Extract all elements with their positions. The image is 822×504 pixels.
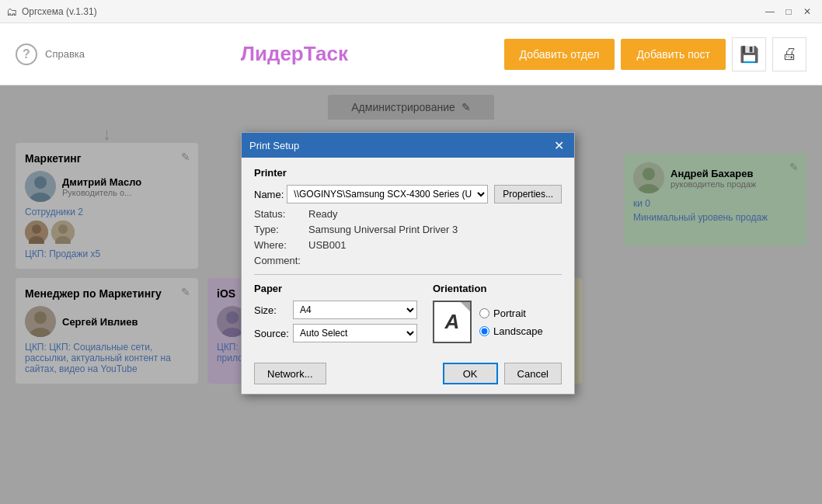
printer-name-select[interactable]: \\GOGINYS\Samsung SCX-4300 Series (U — [287, 185, 488, 203]
dialog-close-button[interactable]: ✕ — [551, 137, 566, 153]
dialog-overlay: Print Setup ✕ Printer Name: \\GOGINYS\Sa… — [0, 85, 822, 504]
header-buttons: Добавить отдел Добавить пост 💾 🖨 — [504, 37, 806, 71]
radio-group: Portrait Landscape — [479, 308, 543, 337]
dialog-titlebar: Print Setup ✕ — [242, 133, 574, 158]
printer-group-label: Printer — [254, 167, 562, 179]
app-brand-title: ЛидерТаск — [241, 42, 348, 66]
source-label: Source: — [254, 328, 293, 339]
add-post-button[interactable]: Добавить пост — [621, 39, 726, 70]
where-row: Where: USB001 — [254, 239, 562, 251]
landscape-label: Landscape — [493, 325, 543, 337]
app-title: Оргсхема (v.1.31) — [22, 6, 97, 17]
help-icon[interactable]: ? — [16, 43, 37, 65]
paper-orientation-section: Paper Size: A4 Source: Auto Select — [254, 283, 562, 347]
paper-section: Paper Size: A4 Source: Auto Select — [254, 283, 417, 347]
save-button[interactable]: 💾 — [732, 37, 766, 71]
dialog-body: Printer Name: \\GOGINYS\Samsung SCX-4300… — [242, 158, 574, 356]
where-value: USB001 — [308, 239, 346, 251]
type-row: Type: Samsung Universal Print Driver 3 — [254, 224, 562, 235]
print-setup-dialog: Print Setup ✕ Printer Name: \\GOGINYS\Sa… — [241, 132, 575, 395]
app-icon: 🗂 — [6, 5, 17, 18]
portrait-label: Portrait — [493, 308, 526, 319]
comment-label: Comment: — [254, 255, 308, 266]
properties-button[interactable]: Properties... — [494, 185, 562, 203]
landscape-radio[interactable] — [479, 326, 489, 336]
paper-source-select[interactable]: Auto Select — [293, 324, 417, 342]
comment-row: Comment: — [254, 255, 562, 266]
ok-cancel-buttons: OK Cancel — [443, 363, 562, 384]
save-icon: 💾 — [740, 45, 759, 64]
type-value: Samsung Universal Print Driver 3 — [308, 224, 458, 235]
ok-button[interactable]: OK — [443, 363, 498, 384]
source-row: Source: Auto Select — [254, 324, 417, 342]
status-row: Status: Ready — [254, 208, 562, 220]
type-label: Type: — [254, 224, 308, 235]
header: ? Справка ЛидерТаск Добавить отдел Добав… — [0, 23, 822, 85]
maximize-button[interactable]: □ — [780, 3, 797, 20]
orientation-letter: A — [445, 310, 460, 334]
print-button[interactable]: 🖨 — [772, 37, 806, 71]
paper-size-select[interactable]: A4 — [293, 301, 417, 319]
printer-name-row: Name: \\GOGINYS\Samsung SCX-4300 Series … — [254, 185, 562, 203]
orientation-preview-icon: A — [433, 301, 472, 343]
orientation-section: Orientation A Portrait — [433, 283, 562, 347]
add-dept-button[interactable]: Добавить отдел — [504, 39, 615, 70]
portrait-radio[interactable] — [479, 308, 489, 318]
network-button[interactable]: Network... — [254, 363, 326, 384]
orientation-inner: A Portrait Landscape — [433, 301, 562, 343]
where-label: Where: — [254, 239, 308, 251]
portrait-radio-label[interactable]: Portrait — [479, 308, 543, 319]
close-button[interactable]: ✕ — [799, 3, 816, 20]
справка-label[interactable]: Справка — [45, 48, 85, 60]
paper-section-title: Paper — [254, 283, 417, 294]
name-label: Name: — [254, 189, 287, 200]
title-bar: 🗂 Оргсхема (v.1.31) — □ ✕ — [0, 0, 822, 23]
print-icon: 🖨 — [782, 45, 797, 63]
dialog-footer: Network... OK Cancel — [242, 356, 574, 394]
status-label: Status: — [254, 208, 308, 220]
minimize-button[interactable]: — — [761, 3, 778, 20]
cancel-button[interactable]: Cancel — [504, 363, 562, 384]
title-bar-left: 🗂 Оргсхема (v.1.31) — [6, 5, 97, 18]
status-value: Ready — [308, 208, 338, 220]
landscape-radio-label[interactable]: Landscape — [479, 325, 543, 337]
size-row: Size: A4 — [254, 301, 417, 319]
main-area: Администрирование ✎ ↓ Маркетинг ✎ — [0, 85, 822, 504]
dialog-title: Print Setup — [249, 140, 299, 151]
size-label: Size: — [254, 304, 293, 316]
title-bar-controls: — □ ✕ — [761, 3, 816, 20]
orientation-section-title: Orientation — [433, 283, 562, 294]
header-left: ? Справка — [16, 43, 85, 65]
